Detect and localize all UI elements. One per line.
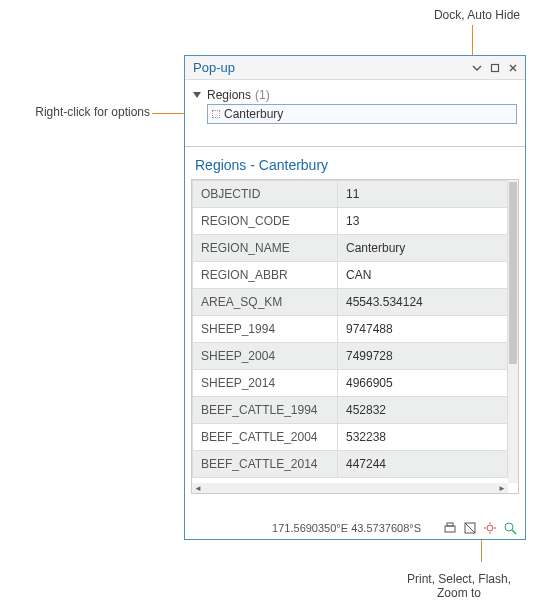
table-row[interactable]: REGION_ABBRCAN	[193, 262, 508, 289]
callout-line	[472, 25, 473, 58]
print-icon	[443, 521, 457, 535]
tree-child-label: Canterbury	[224, 107, 283, 121]
scroll-left-icon: ◄	[192, 484, 204, 493]
attribute-name: REGION_CODE	[193, 208, 338, 235]
scroll-right-icon: ►	[496, 484, 508, 493]
attribute-value: 11	[338, 181, 508, 208]
expand-icon	[193, 92, 201, 98]
window-title: Pop-up	[193, 60, 467, 75]
attribute-name: OBJECTID	[193, 181, 338, 208]
table-row[interactable]: SHEEP_20144966905	[193, 370, 508, 397]
attribute-name: REGION_ABBR	[193, 262, 338, 289]
auto-hide-button[interactable]	[487, 60, 503, 76]
close-button[interactable]	[505, 60, 521, 76]
tree-parent-regions[interactable]: Regions (1)	[193, 86, 517, 104]
svg-point-4	[487, 525, 493, 531]
callout-dock-autohide: Dock, Auto Hide	[434, 8, 520, 22]
attribute-name: BEEF_CATTLE_2014	[193, 451, 338, 478]
svg-rect-1	[445, 526, 455, 532]
table-row[interactable]: OBJECTID11	[193, 181, 508, 208]
table-row[interactable]: BEEF_CATTLE_2004532238	[193, 424, 508, 451]
svg-rect-0	[492, 64, 499, 71]
attribute-value: 532238	[338, 424, 508, 451]
feature-tree: Regions (1) Canterbury	[185, 80, 525, 146]
flash-button[interactable]	[481, 519, 499, 537]
tree-parent-count: (1)	[255, 88, 270, 102]
attribute-name: SHEEP_2014	[193, 370, 338, 397]
attribute-scroll: OBJECTID11REGION_CODE13REGION_NAMECanter…	[192, 180, 508, 483]
svg-point-5	[505, 523, 513, 531]
callout-text: Print, Select, Flash,	[407, 572, 511, 586]
attribute-value: 13	[338, 208, 508, 235]
window-options-button[interactable]	[469, 60, 485, 76]
table-row[interactable]: BEEF_CATTLE_1994452832	[193, 397, 508, 424]
attribute-name: BEEF_CATTLE_1994	[193, 397, 338, 424]
table-row[interactable]: BEEF_CATTLE_2014447244	[193, 451, 508, 478]
attribute-panel: OBJECTID11REGION_CODE13REGION_NAMECanter…	[191, 179, 519, 494]
popup-window: Pop-up Regions (1) Canterbury Regions - …	[184, 55, 526, 540]
attribute-value: 9747488	[338, 316, 508, 343]
flash-icon	[483, 521, 497, 535]
attribute-value: 7499728	[338, 343, 508, 370]
callout-toolbar: Print, Select, Flash, Zoom to	[394, 572, 524, 600]
magnifier-icon	[503, 521, 517, 535]
coordinates: 171.5690350°E 43.5737608°S	[272, 522, 421, 534]
close-icon	[508, 63, 518, 73]
attribute-value: CAN	[338, 262, 508, 289]
print-button[interactable]	[441, 519, 459, 537]
select-icon	[463, 521, 477, 535]
attribute-name: REGION_NAME	[193, 235, 338, 262]
table-row[interactable]: SHEEP_20047499728	[193, 343, 508, 370]
attribute-table: OBJECTID11REGION_CODE13REGION_NAMECanter…	[192, 180, 508, 478]
horizontal-scrollbar[interactable]: ◄ ►	[192, 483, 508, 493]
tree-parent-label: Regions	[207, 88, 251, 102]
callout-rightclick: Right-click for options	[10, 105, 150, 119]
pin-icon	[490, 63, 500, 73]
attribute-value: Canterbury	[338, 235, 508, 262]
table-row[interactable]: SHEEP_19949747488	[193, 316, 508, 343]
status-bar: 171.5690350°E 43.5737608°S	[185, 517, 525, 539]
vertical-scrollbar[interactable]	[508, 180, 518, 483]
zoomto-button[interactable]	[501, 519, 519, 537]
section-title: Regions - Canterbury	[185, 147, 525, 179]
svg-rect-2	[447, 523, 453, 526]
select-button[interactable]	[461, 519, 479, 537]
attribute-value: 452832	[338, 397, 508, 424]
attribute-value: 447244	[338, 451, 508, 478]
chevron-down-icon	[472, 63, 482, 73]
attribute-name: AREA_SQ_KM	[193, 289, 338, 316]
attribute-name: BEEF_CATTLE_2004	[193, 424, 338, 451]
attribute-name: SHEEP_2004	[193, 343, 338, 370]
titlebar: Pop-up	[185, 56, 525, 80]
callout-text: Zoom to	[437, 586, 481, 600]
table-row[interactable]: REGION_NAMECanterbury	[193, 235, 508, 262]
table-row[interactable]: REGION_CODE13	[193, 208, 508, 235]
attribute-value: 45543.534124	[338, 289, 508, 316]
scrollbar-thumb[interactable]	[509, 182, 517, 364]
attribute-name: SHEEP_1994	[193, 316, 338, 343]
feature-symbol-icon	[212, 110, 220, 118]
table-row[interactable]: AREA_SQ_KM45543.534124	[193, 289, 508, 316]
attribute-value: 4966905	[338, 370, 508, 397]
tree-child-canterbury[interactable]: Canterbury	[207, 104, 517, 124]
